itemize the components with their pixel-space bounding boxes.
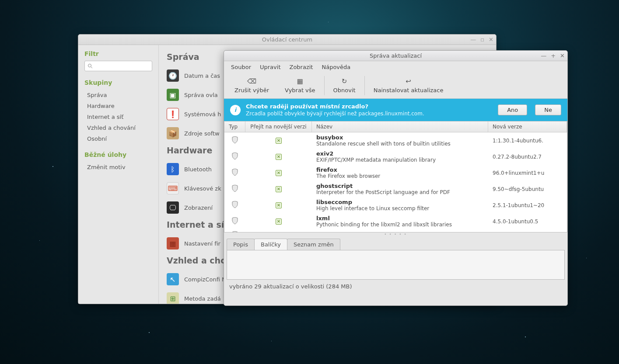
col-type[interactable]: Typ <box>224 121 245 132</box>
close-button[interactable]: ✕ <box>560 53 565 59</box>
package-row[interactable]: ✕firefoxThe Firefox web browser96.0+linu… <box>224 165 567 181</box>
shield-icon <box>232 169 238 177</box>
list-header: Typ Přejít na novější verzi Název Nová v… <box>224 121 567 132</box>
shield-icon <box>232 136 238 145</box>
menu-edit[interactable]: Upravit <box>256 62 284 72</box>
col-name[interactable]: Název <box>312 121 488 132</box>
sidebar-item-osobni[interactable]: Osobní <box>84 133 152 144</box>
package-icon: 📦 <box>167 127 179 139</box>
maximize-button[interactable]: + <box>551 53 556 59</box>
detail-tabs: Popis Balíčky Seznam změn <box>224 237 567 250</box>
banner-sub: Zrcadla poblíž obvykle bývají rychlejší … <box>246 111 490 117</box>
upgrade-checkbox[interactable]: ✕ <box>276 218 282 225</box>
select-all-icon: ▦ <box>297 77 303 85</box>
package-name: ghostscript <box>316 183 484 189</box>
package-desc: Standalone rescue shell with tons of bui… <box>316 141 484 147</box>
refresh-button[interactable]: ↻ Obnovit <box>325 74 364 97</box>
update-manager-titlebar[interactable]: Správa aktualizací — + ✕ <box>224 51 567 61</box>
minimize-button[interactable]: — <box>470 37 476 42</box>
upgrade-checkbox[interactable]: ✕ <box>276 154 282 160</box>
package-row[interactable]: ✕ghostscriptInterpreter for the PostScri… <box>224 181 567 197</box>
package-version: 2.5.1-1ubuntu1~20 <box>488 202 567 208</box>
chip-icon: ▣ <box>167 89 179 101</box>
menubar: Soubor Upravit Zobrazit Nápověda <box>224 61 567 73</box>
package-desc: EXIF/IPTC/XMP metadata manipulation libr… <box>316 157 484 163</box>
tasks-heading: Běžné úlohy <box>84 151 152 158</box>
package-desc: Interpreter for the PostScript language … <box>316 189 484 195</box>
banner-yes-button[interactable]: Ano <box>498 104 527 115</box>
shield-icon <box>232 231 238 232</box>
package-name: busybox <box>316 134 484 141</box>
install-updates-button[interactable]: ↩ Nainstalovat aktualizace <box>366 74 451 97</box>
splitter[interactable]: • • • • • <box>224 232 567 237</box>
sidebar-item-vzhled[interactable]: Vzhled a chování <box>84 122 152 133</box>
list-body[interactable]: ✕busyboxStandalone rescue shell with ton… <box>224 132 567 232</box>
alert-icon: ❗ <box>167 108 179 120</box>
shield-icon <box>232 201 238 209</box>
firewall-icon: ▦ <box>167 237 179 250</box>
toolbar-separator <box>364 76 365 95</box>
package-row[interactable]: ✕libseccompHigh level interface to Linux… <box>224 197 567 213</box>
sidebar-item-change-theme[interactable]: Změnit motiv <box>84 162 152 173</box>
groups-heading: Skupiny <box>84 79 152 86</box>
minimize-button[interactable]: — <box>541 53 546 59</box>
search-input[interactable] <box>84 61 152 71</box>
package-version: 9.50~dfsg-5ubuntu <box>488 186 567 192</box>
banner-heading: Chcete raději používat místní zrcadlo? <box>246 103 490 110</box>
toolbar: ⌫ Zrušit výběr ▦ Vybrat vše ↻ Obnovit ↩ … <box>224 73 567 99</box>
clear-icon: ⌫ <box>247 77 256 85</box>
filter-heading: Filtr <box>84 50 152 57</box>
package-desc: Pythonic binding for the libxml2 and lib… <box>316 222 484 228</box>
clear-selection-button[interactable]: ⌫ Zrušit výběr <box>227 74 277 97</box>
upgrade-checkbox[interactable]: ✕ <box>276 170 282 176</box>
shield-icon <box>232 153 238 161</box>
close-button[interactable]: ✕ <box>489 37 493 42</box>
sidebar-item-hardware[interactable]: Hardware <box>84 101 152 111</box>
info-icon: i <box>230 105 241 115</box>
package-row[interactable]: ✕busyboxStandalone rescue shell with ton… <box>224 132 567 149</box>
sidebar-item-sprava[interactable]: Správa <box>84 90 152 101</box>
monitor-icon: 🖵 <box>167 201 179 214</box>
mirror-banner: i Chcete raději používat místní zrcadlo?… <box>224 99 567 121</box>
package-desc: The Firefox web browser <box>316 173 484 179</box>
shield-icon <box>232 185 238 193</box>
tab-description[interactable]: Popis <box>227 239 255 250</box>
package-version: 0.27.2-8ubuntu2.7 <box>488 154 567 160</box>
banner-no-button[interactable]: Ne <box>535 104 561 115</box>
package-row[interactable]: ✕openjdk-lts <box>224 229 567 232</box>
cursor-icon: ↖ <box>167 273 179 285</box>
update-manager-title: Správa aktualizací <box>224 52 567 59</box>
package-name: libseccomp <box>316 199 484 205</box>
package-name: firefox <box>316 166 484 173</box>
keyboard-icon: ⌨ <box>167 182 179 194</box>
clock-icon: 🕐 <box>167 69 179 82</box>
menu-file[interactable]: Soubor <box>227 62 255 72</box>
menu-help[interactable]: Nápověda <box>318 62 354 72</box>
tab-packages[interactable]: Balíčky <box>254 239 287 250</box>
sidebar-item-internet[interactable]: Internet a síť <box>84 111 152 122</box>
control-center-titlebar[interactable]: Ovládací centrum — ▫ ✕ <box>78 35 496 45</box>
maximize-button[interactable]: ▫ <box>480 37 484 42</box>
upgrade-checkbox[interactable]: ✕ <box>276 138 282 144</box>
menu-view[interactable]: Zobrazit <box>286 62 316 72</box>
select-all-button[interactable]: ▦ Vybrat vše <box>277 74 323 97</box>
tab-changelog[interactable]: Seznam změn <box>287 239 340 250</box>
package-row[interactable]: ✕lxmlPythonic binding for the libxml2 an… <box>224 213 567 229</box>
tab-content <box>227 250 565 280</box>
package-row[interactable]: ✕exiv2EXIF/IPTC/XMP metadata manipulatio… <box>224 149 567 165</box>
package-version: 1:1.30.1-4ubuntu6. <box>488 138 567 144</box>
refresh-icon: ↻ <box>342 77 347 85</box>
update-manager-window: Správa aktualizací — + ✕ Soubor Upravit … <box>224 50 568 306</box>
upgrade-checkbox[interactable]: ✕ <box>276 186 282 192</box>
updates-list: Typ Přejít na novější verzi Název Nová v… <box>224 121 567 232</box>
input-icon: ⊞ <box>167 292 179 304</box>
upgrade-checkbox[interactable]: ✕ <box>276 202 282 208</box>
control-center-title: Ovládací centrum <box>78 36 496 43</box>
toolbar-separator <box>324 76 325 95</box>
package-name: exiv2 <box>316 150 484 157</box>
bluetooth-icon: ᛒ <box>167 163 179 175</box>
col-upgrade[interactable]: Přejít na novější verzi <box>245 121 312 132</box>
install-icon: ↩ <box>406 77 411 85</box>
package-desc: High level interface to Linux seccomp fi… <box>316 205 484 211</box>
col-version[interactable]: Nová verze <box>488 121 567 132</box>
